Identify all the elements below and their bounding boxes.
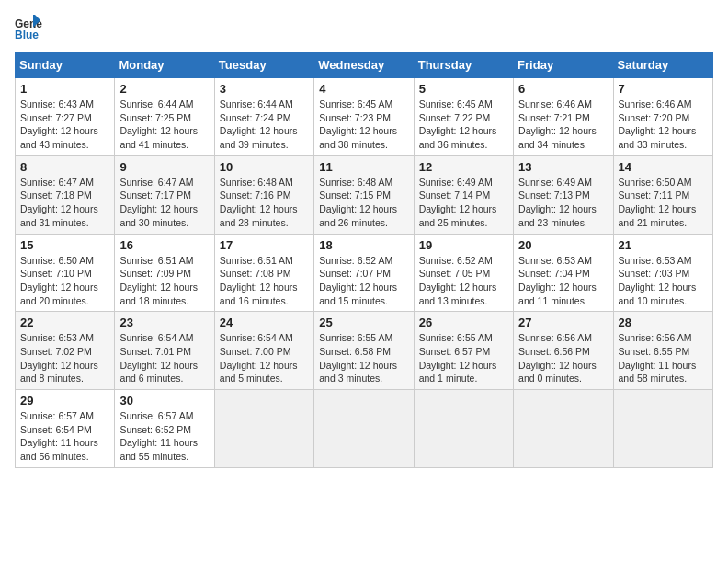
calendar-day-cell [414, 390, 513, 468]
day-number: 19 [419, 238, 508, 252]
calendar-day-cell [613, 390, 712, 468]
page-header: General Blue [15, 15, 713, 42]
day-detail: Sunrise: 6:46 AM Sunset: 7:21 PM Dayligh… [518, 98, 608, 152]
day-number: 11 [319, 160, 408, 174]
day-detail: Sunrise: 6:53 AM Sunset: 7:04 PM Dayligh… [518, 254, 608, 308]
calendar-week-row: 1 Sunrise: 6:43 AM Sunset: 7:27 PM Dayli… [16, 78, 713, 156]
day-detail: Sunrise: 6:54 AM Sunset: 7:00 PM Dayligh… [220, 331, 309, 385]
day-header-sunday: Sunday [16, 52, 115, 78]
calendar-day-cell: 6 Sunrise: 6:46 AM Sunset: 7:21 PM Dayli… [514, 78, 613, 156]
calendar-day-cell: 29 Sunrise: 6:57 AM Sunset: 6:54 PM Dayl… [16, 390, 115, 468]
calendar-day-cell: 9 Sunrise: 6:47 AM Sunset: 7:17 PM Dayli… [115, 155, 214, 234]
day-detail: Sunrise: 6:44 AM Sunset: 7:25 PM Dayligh… [119, 98, 209, 152]
calendar-day-cell: 23 Sunrise: 6:54 AM Sunset: 7:01 PM Dayl… [115, 312, 214, 390]
calendar-day-cell: 12 Sunrise: 6:49 AM Sunset: 7:14 PM Dayl… [414, 155, 513, 234]
calendar-day-cell: 4 Sunrise: 6:45 AM Sunset: 7:23 PM Dayli… [314, 78, 414, 156]
day-detail: Sunrise: 6:54 AM Sunset: 7:01 PM Dayligh… [119, 331, 209, 385]
calendar-day-cell [314, 390, 414, 468]
day-header-saturday: Saturday [613, 52, 712, 78]
day-number: 10 [220, 160, 309, 174]
day-number: 21 [619, 238, 708, 252]
day-detail: Sunrise: 6:52 AM Sunset: 7:05 PM Dayligh… [419, 254, 508, 308]
day-number: 9 [119, 160, 209, 174]
calendar-day-cell: 17 Sunrise: 6:51 AM Sunset: 7:08 PM Dayl… [214, 234, 313, 312]
calendar-week-row: 22 Sunrise: 6:53 AM Sunset: 7:02 PM Dayl… [16, 312, 713, 390]
day-detail: Sunrise: 6:52 AM Sunset: 7:07 PM Dayligh… [319, 254, 408, 308]
day-number: 15 [20, 238, 109, 252]
calendar-day-cell: 21 Sunrise: 6:53 AM Sunset: 7:03 PM Dayl… [613, 234, 712, 312]
calendar-day-cell: 24 Sunrise: 6:54 AM Sunset: 7:00 PM Dayl… [214, 312, 313, 390]
day-detail: Sunrise: 6:49 AM Sunset: 7:14 PM Dayligh… [419, 176, 508, 230]
calendar-day-cell: 25 Sunrise: 6:55 AM Sunset: 6:58 PM Dayl… [314, 312, 414, 390]
day-number: 14 [619, 160, 708, 174]
day-detail: Sunrise: 6:44 AM Sunset: 7:24 PM Dayligh… [220, 98, 309, 152]
calendar-day-cell: 27 Sunrise: 6:56 AM Sunset: 6:56 PM Dayl… [514, 312, 613, 390]
calendar-day-cell: 19 Sunrise: 6:52 AM Sunset: 7:05 PM Dayl… [414, 234, 513, 312]
day-detail: Sunrise: 6:46 AM Sunset: 7:20 PM Dayligh… [619, 98, 708, 152]
calendar-day-cell: 20 Sunrise: 6:53 AM Sunset: 7:04 PM Dayl… [514, 234, 613, 312]
day-number: 2 [119, 82, 209, 96]
day-detail: Sunrise: 6:57 AM Sunset: 6:54 PM Dayligh… [20, 409, 109, 464]
calendar-day-cell: 5 Sunrise: 6:45 AM Sunset: 7:22 PM Dayli… [414, 78, 513, 156]
day-number: 22 [20, 316, 109, 329]
day-detail: Sunrise: 6:47 AM Sunset: 7:18 PM Dayligh… [20, 176, 109, 230]
day-number: 8 [20, 160, 109, 174]
day-detail: Sunrise: 6:47 AM Sunset: 7:17 PM Dayligh… [119, 176, 209, 230]
day-number: 25 [319, 316, 408, 329]
calendar-day-cell: 18 Sunrise: 6:52 AM Sunset: 7:07 PM Dayl… [314, 234, 414, 312]
day-number: 12 [419, 160, 508, 174]
day-detail: Sunrise: 6:51 AM Sunset: 7:09 PM Dayligh… [119, 254, 209, 308]
day-number: 18 [319, 238, 408, 252]
day-detail: Sunrise: 6:55 AM Sunset: 6:58 PM Dayligh… [319, 331, 408, 385]
day-number: 6 [518, 82, 608, 96]
calendar-day-cell [214, 390, 313, 468]
calendar-day-cell: 28 Sunrise: 6:56 AM Sunset: 6:55 PM Dayl… [613, 312, 712, 390]
day-detail: Sunrise: 6:51 AM Sunset: 7:08 PM Dayligh… [220, 254, 309, 308]
day-number: 28 [619, 316, 708, 329]
day-detail: Sunrise: 6:53 AM Sunset: 7:03 PM Dayligh… [619, 254, 708, 308]
day-detail: Sunrise: 6:50 AM Sunset: 7:11 PM Dayligh… [619, 176, 708, 230]
day-number: 3 [220, 82, 309, 96]
calendar-table: SundayMondayTuesdayWednesdayThursdayFrid… [15, 52, 713, 468]
day-detail: Sunrise: 6:56 AM Sunset: 6:56 PM Dayligh… [518, 331, 608, 385]
day-detail: Sunrise: 6:43 AM Sunset: 7:27 PM Dayligh… [20, 98, 109, 152]
day-detail: Sunrise: 6:55 AM Sunset: 6:57 PM Dayligh… [419, 331, 508, 385]
day-header-monday: Monday [115, 52, 214, 78]
calendar-day-cell: 1 Sunrise: 6:43 AM Sunset: 7:27 PM Dayli… [16, 78, 115, 156]
day-number: 30 [119, 394, 209, 408]
day-header-wednesday: Wednesday [314, 52, 414, 78]
day-number: 26 [419, 316, 508, 329]
day-header-friday: Friday [514, 52, 613, 78]
calendar-day-cell: 3 Sunrise: 6:44 AM Sunset: 7:24 PM Dayli… [214, 78, 313, 156]
calendar-day-cell: 13 Sunrise: 6:49 AM Sunset: 7:13 PM Dayl… [514, 155, 613, 234]
day-header-thursday: Thursday [414, 52, 513, 78]
day-detail: Sunrise: 6:45 AM Sunset: 7:22 PM Dayligh… [419, 98, 508, 152]
day-number: 5 [419, 82, 508, 96]
day-detail: Sunrise: 6:56 AM Sunset: 6:55 PM Dayligh… [619, 331, 708, 385]
calendar-day-cell: 30 Sunrise: 6:57 AM Sunset: 6:52 PM Dayl… [115, 390, 214, 468]
svg-text:Blue: Blue [15, 29, 39, 41]
calendar-day-cell: 22 Sunrise: 6:53 AM Sunset: 7:02 PM Dayl… [16, 312, 115, 390]
calendar-day-cell: 15 Sunrise: 6:50 AM Sunset: 7:10 PM Dayl… [16, 234, 115, 312]
day-number: 16 [119, 238, 209, 252]
day-number: 17 [220, 238, 309, 252]
day-detail: Sunrise: 6:49 AM Sunset: 7:13 PM Dayligh… [518, 176, 608, 230]
day-number: 27 [518, 316, 608, 329]
calendar-day-cell: 8 Sunrise: 6:47 AM Sunset: 7:18 PM Dayli… [16, 155, 115, 234]
calendar-day-cell: 2 Sunrise: 6:44 AM Sunset: 7:25 PM Dayli… [115, 78, 214, 156]
day-number: 23 [119, 316, 209, 329]
day-number: 29 [20, 394, 109, 408]
calendar-week-row: 15 Sunrise: 6:50 AM Sunset: 7:10 PM Dayl… [16, 234, 713, 312]
calendar-day-cell [514, 390, 613, 468]
day-detail: Sunrise: 6:57 AM Sunset: 6:52 PM Dayligh… [119, 409, 209, 464]
day-number: 20 [518, 238, 608, 252]
day-number: 24 [220, 316, 309, 329]
calendar-day-cell: 14 Sunrise: 6:50 AM Sunset: 7:11 PM Dayl… [613, 155, 712, 234]
calendar-day-cell: 10 Sunrise: 6:48 AM Sunset: 7:16 PM Dayl… [214, 155, 313, 234]
day-number: 4 [319, 82, 408, 96]
day-detail: Sunrise: 6:53 AM Sunset: 7:02 PM Dayligh… [20, 331, 109, 385]
day-detail: Sunrise: 6:50 AM Sunset: 7:10 PM Dayligh… [20, 254, 109, 308]
day-header-tuesday: Tuesday [214, 52, 313, 78]
day-detail: Sunrise: 6:48 AM Sunset: 7:15 PM Dayligh… [319, 176, 408, 230]
day-number: 13 [518, 160, 608, 174]
